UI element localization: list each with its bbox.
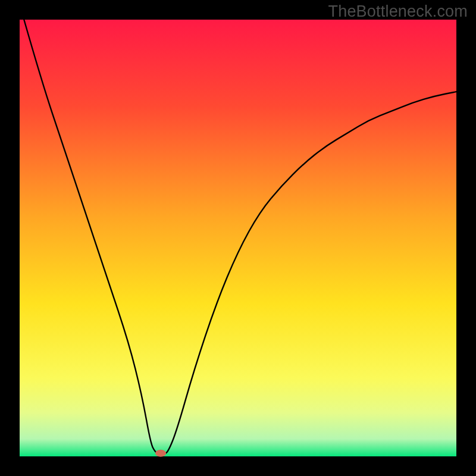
bottleneck-chart xyxy=(0,0,476,476)
optimal-point-marker xyxy=(155,450,166,457)
plot-background xyxy=(20,20,456,456)
chart-frame: TheBottleneck.com xyxy=(0,0,476,476)
watermark-text: TheBottleneck.com xyxy=(328,2,468,21)
